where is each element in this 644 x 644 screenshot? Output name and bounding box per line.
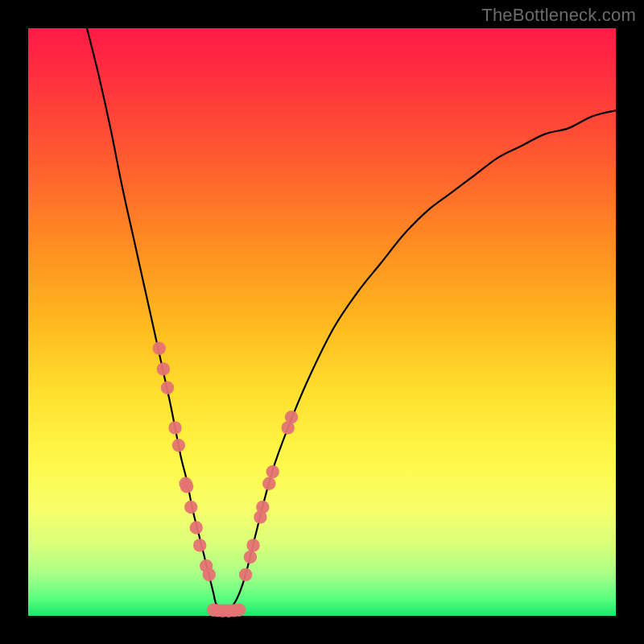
data-marker (184, 501, 197, 514)
data-marker (203, 568, 216, 581)
curve-line (87, 28, 616, 611)
data-marker (190, 521, 203, 534)
data-marker (153, 342, 166, 355)
data-marker (256, 501, 269, 514)
chart-frame: TheBottleneck.com (0, 0, 644, 644)
data-marker (266, 465, 279, 478)
data-marker (285, 411, 298, 423)
marker-group-right (239, 411, 298, 581)
marker-group-bottom (207, 604, 246, 618)
data-marker (168, 421, 181, 434)
data-marker (172, 439, 185, 452)
data-marker (233, 604, 246, 617)
data-marker (246, 539, 259, 551)
watermark-text: TheBottleneck.com (481, 5, 636, 26)
data-marker (193, 539, 206, 551)
data-marker (157, 362, 170, 375)
data-marker (161, 382, 174, 394)
plot-area (28, 28, 616, 616)
chart-overlay (28, 28, 616, 616)
data-marker (180, 480, 193, 493)
data-marker (244, 551, 257, 564)
data-marker (262, 477, 275, 490)
data-marker (239, 568, 252, 581)
marker-group-left (153, 342, 216, 582)
